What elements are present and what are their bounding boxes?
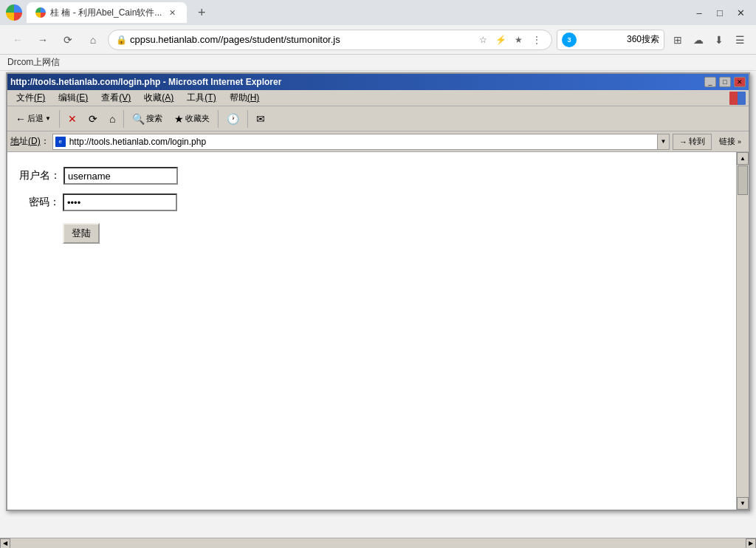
menu-icon[interactable]: ⋮ xyxy=(529,32,544,47)
restore-button[interactable]: □ xyxy=(710,3,729,22)
ie-back-label: 后退 xyxy=(27,113,44,124)
ie-menu-help[interactable]: 帮助(H) xyxy=(224,90,266,106)
ie-go-icon: → xyxy=(679,137,687,146)
back-button[interactable]: ← xyxy=(7,30,28,50)
ie-address-bar: 地址(D)： e ▼ → 转到 链接 » xyxy=(7,131,749,152)
ie-close-button[interactable]: ✕ xyxy=(734,77,746,87)
reload-button[interactable]: ⟳ xyxy=(58,30,78,50)
ie-go-button[interactable]: → 转到 xyxy=(673,134,712,150)
drcom-bar: Drcom上网信 xyxy=(0,55,756,71)
ie-mail-icon: ✉ xyxy=(256,113,265,125)
password-row: 密码： xyxy=(19,193,724,211)
ie-mail-button[interactable]: ✉ xyxy=(251,109,270,129)
ie-refresh-button[interactable]: ⟳ xyxy=(83,109,103,129)
tab-title: 桂 楠 - 利用Abel_Cain软件... xyxy=(50,7,162,19)
login-form: 用户名： 密码： 登陆 xyxy=(19,167,724,244)
ie-windows-flag-icon xyxy=(729,92,746,105)
home-button[interactable]: ⌂ xyxy=(83,30,103,50)
ie-menu-file[interactable]: 文件(F) xyxy=(10,90,51,106)
ie-refresh-icon: ⟳ xyxy=(89,113,97,125)
chrome-nav-bar: ← → ⟳ ⌂ 🔒 ☆ ⚡ ★ ⋮ 3 360搜索 ⊞ ☁ ⬇ ☰ xyxy=(0,25,756,55)
h-scroll-track xyxy=(10,538,746,549)
ie-favorites-label: 收藏夹 xyxy=(185,113,210,124)
ie-menu-edit[interactable]: 编辑(E) xyxy=(52,90,94,106)
h-scroll-left-button[interactable]: ◀ xyxy=(0,538,10,549)
chrome-title-bar: 桂 楠 - 利用Abel_Cain软件... ✕ + – □ ✕ xyxy=(0,0,756,25)
ie-search-label: 搜索 xyxy=(146,113,162,124)
password-input[interactable] xyxy=(63,193,177,211)
ie-scroll-up-button[interactable]: ▲ xyxy=(737,152,749,165)
ie-home-icon: ⌂ xyxy=(109,113,115,125)
tab-close-button[interactable]: ✕ xyxy=(166,7,178,18)
bookmark-icon[interactable]: ☆ xyxy=(476,32,491,47)
new-tab-button[interactable]: + xyxy=(191,2,212,23)
ie-menu-tools[interactable]: 工具(T) xyxy=(181,90,221,106)
ie-toolbar-separator-2 xyxy=(123,110,124,128)
ie-links-arrow-icon: » xyxy=(738,138,741,145)
ie-history-button[interactable]: 🕐 xyxy=(221,109,244,129)
star-icon[interactable]: ★ xyxy=(512,32,526,47)
drcom-label: Drcom上网信 xyxy=(7,56,60,69)
ie-toolbar: ← 后退 ▼ ✕ ⟳ ⌂ 🔍 搜索 ★ 收藏夹 xyxy=(7,106,749,131)
extensions-icon[interactable]: ⚡ xyxy=(494,32,509,47)
ie-search-icon: 🔍 xyxy=(132,113,145,125)
search-input-360[interactable] xyxy=(580,35,624,45)
ie-address-input[interactable] xyxy=(68,137,657,147)
chrome-logo-icon xyxy=(6,4,22,21)
ie-menu-view[interactable]: 查看(V) xyxy=(95,90,137,106)
ie-menu-favorites[interactable]: 收藏(A) xyxy=(138,90,179,106)
ie-search-button[interactable]: 🔍 搜索 xyxy=(127,109,168,129)
username-label: 用户名： xyxy=(19,169,61,182)
ie-favorites-button[interactable]: ★ 收藏夹 xyxy=(169,109,215,129)
ie-scrollbar: ▲ ▼ xyxy=(736,152,749,510)
h-scroll-right-button[interactable]: ▶ xyxy=(746,538,756,549)
ie-back-icon: ← xyxy=(16,113,26,125)
address-icons: ☆ ⚡ ★ ⋮ xyxy=(476,32,544,47)
ie-scroll-down-button[interactable]: ▼ xyxy=(737,497,749,510)
address-lock-icon: 🔒 xyxy=(116,35,127,45)
ie-back-button[interactable]: ← 后退 ▼ xyxy=(10,109,56,129)
password-label: 密码： xyxy=(19,196,60,209)
ie-content: 用户名： 密码： 登陆 ▲ xyxy=(7,152,749,510)
ie-history-icon: 🕐 xyxy=(227,113,239,125)
ie-links-label: 链接 xyxy=(719,137,735,145)
address-input[interactable] xyxy=(130,34,473,45)
minimize-button[interactable]: – xyxy=(690,3,709,22)
ie-page: 用户名： 密码： 登陆 xyxy=(7,152,736,510)
ie-menu-bar: 文件(F) 编辑(E) 查看(V) 收藏(A) 工具(T) 帮助(H) xyxy=(7,90,749,106)
ie-stop-icon: ✕ xyxy=(68,113,77,125)
username-input[interactable] xyxy=(63,167,178,185)
forward-button[interactable]: → xyxy=(32,30,53,50)
ie-address-dropdown[interactable]: ▼ xyxy=(657,134,669,149)
login-button[interactable]: 登陆 xyxy=(63,223,100,244)
submit-row: 登陆 xyxy=(19,220,724,244)
ie-toolbar-separator-1 xyxy=(59,110,60,128)
ie-addr-page-icon: e xyxy=(53,134,68,149)
ie-window: http://tools.hetianlab.com/login.php - M… xyxy=(6,72,750,511)
ie-address-label: 地址(D)： xyxy=(10,135,49,148)
window-controls: – □ ✕ xyxy=(690,3,750,22)
outer-browser: 桂 楠 - 利用Abel_Cain软件... ✕ + – □ ✕ ← → ⟳ ⌂… xyxy=(0,0,756,548)
search-bar-360: 3 360搜索 xyxy=(557,30,664,50)
ie-favorites-icon: ★ xyxy=(174,113,184,125)
ie-toolbar-separator-4 xyxy=(247,110,248,128)
chrome-tab[interactable]: 桂 楠 - 利用Abel_Cain软件... ✕ xyxy=(27,2,187,23)
download-icon[interactable]: ⬇ xyxy=(710,31,728,49)
chrome-menu-icon[interactable]: ☰ xyxy=(731,31,749,49)
close-button[interactable]: ✕ xyxy=(731,3,750,22)
username-row: 用户名： xyxy=(19,167,724,185)
ie-home-button[interactable]: ⌂ xyxy=(104,109,120,129)
ie-minimize-button[interactable]: _ xyxy=(704,77,716,87)
ie-scroll-thumb[interactable] xyxy=(738,165,748,195)
ie-back-dropdown-icon: ▼ xyxy=(45,115,51,122)
ie-toolbar-separator-3 xyxy=(218,110,219,128)
address-bar-wrap: 🔒 ☆ ⚡ ★ ⋮ xyxy=(108,30,552,50)
ie-scroll-track xyxy=(737,165,749,497)
cloud-icon[interactable]: ☁ xyxy=(690,31,707,49)
tab-favicon-icon xyxy=(35,7,46,18)
apps-icon[interactable]: ⊞ xyxy=(669,31,687,49)
ie-links-button[interactable]: 链接 » xyxy=(715,134,746,148)
ie-stop-button[interactable]: ✕ xyxy=(63,109,82,129)
outer-bottom-scrollbar: ◀ ▶ xyxy=(0,538,756,548)
ie-restore-button[interactable]: □ xyxy=(719,77,731,87)
